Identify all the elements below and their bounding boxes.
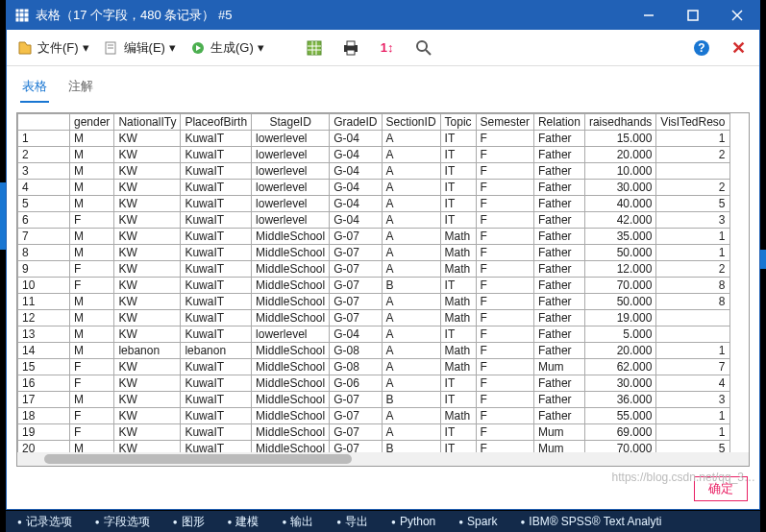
row-number-cell[interactable]: 3	[18, 163, 70, 180]
cell[interactable]: Math	[440, 359, 476, 375]
row-number-cell[interactable]: 10	[18, 278, 70, 294]
cell[interactable]: KuwaIT	[181, 212, 252, 229]
table-row[interactable]: 7MKWKuwaITMiddleSchoolG-07AMathFFather35…	[18, 229, 730, 245]
table-row[interactable]: 15FKWKuwaITMiddleSchoolG-08AMathFMum62.0…	[18, 359, 730, 375]
column-header[interactable]: PlaceofBirth	[181, 114, 252, 131]
taskbar-item[interactable]: ●字段选项	[95, 514, 150, 530]
cell[interactable]: G-07	[330, 278, 382, 294]
cell[interactable]: MiddleSchool	[252, 424, 330, 441]
cell[interactable]: M	[70, 163, 114, 180]
taskbar-item[interactable]: ●Python	[391, 515, 435, 528]
cell[interactable]: Mum	[533, 424, 584, 441]
table-row[interactable]: 13MKWKuwaITlowerlevelG-04AITFFather5.000	[18, 326, 730, 343]
row-number-cell[interactable]: 4	[18, 180, 70, 196]
cell[interactable]: 36.000	[584, 392, 655, 408]
cell[interactable]: KuwaIT	[181, 424, 252, 441]
cell[interactable]: G-04	[330, 326, 382, 343]
cell[interactable]: 1	[656, 424, 729, 441]
cell[interactable]: F	[70, 212, 114, 229]
cell[interactable]: Math	[440, 294, 476, 310]
column-header[interactable]: gender	[70, 114, 114, 131]
cell[interactable]: F	[476, 392, 533, 408]
cell[interactable]: A	[382, 245, 440, 261]
cell[interactable]: Father	[533, 326, 584, 343]
cell[interactable]: 70.000	[584, 441, 655, 453]
cell[interactable]: G-04	[330, 180, 382, 196]
row-number-cell[interactable]: 17	[18, 392, 70, 408]
cell[interactable]: 3	[656, 392, 729, 408]
cell[interactable]: 1	[656, 343, 729, 359]
file-menu[interactable]: 文件(F) ▾	[16, 39, 89, 57]
print-button[interactable]	[339, 36, 362, 60]
column-header[interactable]: StageID	[252, 114, 330, 131]
cell[interactable]: F	[70, 408, 114, 424]
cell[interactable]: KW	[114, 229, 181, 245]
cell[interactable]: F	[476, 163, 533, 180]
cell[interactable]: M	[70, 147, 114, 163]
cell[interactable]: A	[382, 424, 440, 441]
cell[interactable]: M	[70, 245, 114, 261]
cell[interactable]: A	[382, 261, 440, 278]
cell[interactable]: MiddleSchool	[252, 245, 330, 261]
cell[interactable]: G-06	[330, 375, 382, 392]
cell[interactable]: A	[382, 212, 440, 229]
cell[interactable]: F	[70, 375, 114, 392]
cell[interactable]: IT	[440, 278, 476, 294]
table-row[interactable]: 2MKWKuwaITlowerlevelG-04AITFFather20.000…	[18, 147, 730, 163]
cell[interactable]: lowerlevel	[252, 131, 330, 147]
cell[interactable]: F	[476, 408, 533, 424]
cell[interactable]: A	[382, 359, 440, 375]
table-scroll[interactable]: genderNationalITyPlaceofBirthStageIDGrad…	[17, 113, 749, 452]
cell[interactable]: G-07	[330, 408, 382, 424]
cell[interactable]: A	[382, 375, 440, 392]
cell[interactable]: M	[70, 392, 114, 408]
cell[interactable]: KuwaIT	[181, 441, 252, 453]
cell[interactable]: Father	[533, 392, 584, 408]
cell[interactable]: 50.000	[584, 245, 655, 261]
close-button[interactable]	[715, 1, 759, 30]
cell[interactable]: 20.000	[584, 147, 655, 163]
cell[interactable]: A	[382, 326, 440, 343]
taskbar-item[interactable]: ●输出	[282, 514, 313, 530]
cell[interactable]: F	[70, 261, 114, 278]
cell[interactable]: 2	[656, 180, 729, 196]
row-number-cell[interactable]: 6	[18, 212, 70, 229]
tab-annotate[interactable]: 注解	[66, 74, 95, 103]
cell[interactable]: M	[70, 294, 114, 310]
cell[interactable]: 5	[656, 196, 729, 212]
cell[interactable]: 2	[656, 147, 729, 163]
cell[interactable]: G-07	[330, 229, 382, 245]
row-number-cell[interactable]: 18	[18, 408, 70, 424]
cell[interactable]: IT	[440, 424, 476, 441]
taskbar-item[interactable]: ●建模	[228, 514, 259, 530]
row-number-cell[interactable]: 16	[18, 375, 70, 392]
cell[interactable]: 42.000	[584, 212, 655, 229]
cell[interactable]: 50.000	[584, 294, 655, 310]
horizontal-scrollbar[interactable]	[17, 452, 749, 466]
cell[interactable]: KuwaIT	[181, 261, 252, 278]
cell[interactable]: G-07	[330, 261, 382, 278]
cell[interactable]: 19.000	[584, 310, 655, 326]
cell[interactable]: F	[476, 131, 533, 147]
cell[interactable]: M	[70, 196, 114, 212]
cell[interactable]: 70.000	[584, 278, 655, 294]
cell[interactable]: KW	[114, 131, 181, 147]
cell[interactable]: KW	[114, 359, 181, 375]
cell[interactable]: Math	[440, 343, 476, 359]
cell[interactable]: A	[382, 147, 440, 163]
cell[interactable]: IT	[440, 212, 476, 229]
cell[interactable]: F	[476, 278, 533, 294]
table-row[interactable]: 14MlebanonlebanonMiddleSchoolG-08AMathFF…	[18, 343, 730, 359]
cell[interactable]: F	[476, 245, 533, 261]
cell[interactable]: F	[70, 424, 114, 441]
cell[interactable]: lowerlevel	[252, 212, 330, 229]
cell[interactable]: KW	[114, 392, 181, 408]
cell[interactable]	[656, 326, 729, 343]
row-number-cell[interactable]: 11	[18, 294, 70, 310]
column-header[interactable]: Semester	[476, 114, 533, 131]
column-header[interactable]: GradeID	[330, 114, 382, 131]
cell[interactable]: Math	[440, 229, 476, 245]
cell[interactable]: KW	[114, 196, 181, 212]
cell[interactable]	[656, 163, 729, 180]
cell[interactable]: M	[70, 343, 114, 359]
